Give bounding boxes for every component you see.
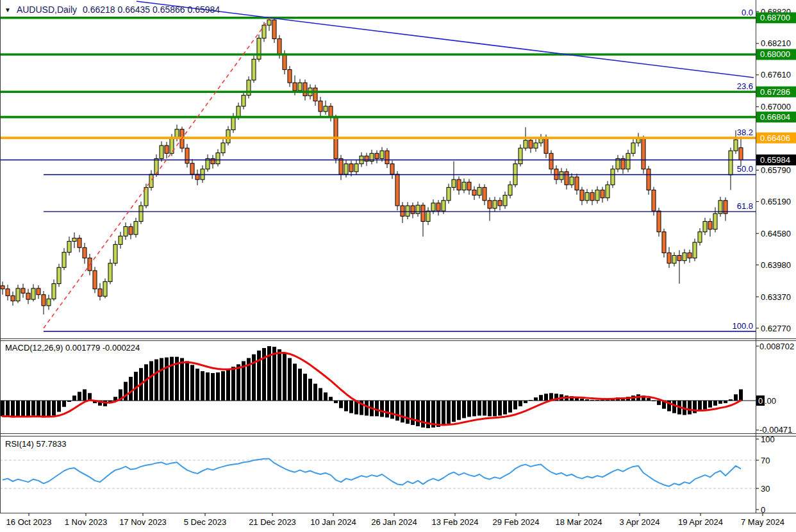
macd-histogram-bar xyxy=(365,401,369,415)
fib-level-label: 23.6 xyxy=(737,81,753,91)
bear-candle xyxy=(375,153,379,158)
macd-histogram-bar xyxy=(729,399,733,401)
bull-candle xyxy=(431,203,435,211)
macd-panel: 0.0087020.00-0.00471 xyxy=(0,342,794,435)
bear-candle xyxy=(211,158,215,163)
bear-candle xyxy=(11,295,15,301)
macd-indicator-label: MACD(12,26,9) 0.001779 -0.000224 xyxy=(5,343,140,353)
time-axis-label: 19 Apr 2024 xyxy=(678,517,723,527)
macd-histogram-bar xyxy=(421,401,425,428)
macd-histogram-bar xyxy=(257,351,261,401)
macd-histogram-bar xyxy=(72,395,76,401)
macd-histogram-bar xyxy=(534,397,538,401)
bear-candle xyxy=(590,193,594,201)
bear-candle xyxy=(601,190,604,197)
macd-histogram-bar xyxy=(457,401,461,420)
macd-histogram-bar xyxy=(724,401,727,403)
mt4-chart-window: 0.023.638.250.061.8100.00.688200.682100.… xyxy=(0,0,796,532)
macd-histogram-bar xyxy=(483,401,486,415)
bull-candle xyxy=(416,205,420,213)
bear-candle xyxy=(165,145,169,153)
macd-histogram-bar xyxy=(436,401,440,427)
bull-candle xyxy=(257,38,261,60)
fib-level-label: 100.0 xyxy=(732,321,753,331)
macd-histogram-bar xyxy=(67,401,71,402)
macd-histogram-bar xyxy=(283,353,286,401)
macd-histogram-bar xyxy=(688,401,692,414)
macd-histogram-bar xyxy=(544,394,548,401)
macd-histogram-bar xyxy=(601,400,604,401)
bear-candle xyxy=(349,164,353,172)
bull-candle xyxy=(354,164,358,172)
macd-histogram-bar xyxy=(390,401,394,419)
bull-candle xyxy=(149,174,153,187)
bull-candle xyxy=(406,206,410,216)
bear-candle xyxy=(529,140,533,148)
macd-histogram-bar xyxy=(416,401,420,426)
macd-histogram-bar xyxy=(652,401,656,401)
bull-candle xyxy=(139,206,143,221)
rsi-axis-tick-label: 30 xyxy=(761,484,770,494)
time-axis: 16 Oct 20231 Nov 202317 Nov 20235 Dec 20… xyxy=(6,513,784,527)
bear-candle xyxy=(421,205,425,221)
macd-histogram-bar xyxy=(349,401,353,413)
bull-candle xyxy=(570,177,574,185)
bear-candle xyxy=(457,179,461,190)
macd-histogram-bar xyxy=(144,364,148,401)
bull-candle xyxy=(518,148,522,163)
bull-candle xyxy=(252,59,256,80)
fib-level-label: 38.2 xyxy=(737,128,753,137)
macd-histogram-bar xyxy=(211,373,215,401)
macd-histogram-bar xyxy=(37,401,40,416)
ascending-dashed-trendline[interactable] xyxy=(44,18,270,328)
bear-candle xyxy=(83,247,87,258)
bear-candle xyxy=(411,206,415,213)
macd-histogram-bar xyxy=(26,401,30,417)
bear-candle xyxy=(652,190,656,211)
macd-histogram-bar xyxy=(206,372,210,401)
bull-candle xyxy=(324,106,328,112)
macd-histogram-bar xyxy=(739,389,743,401)
price-axis-tick-label: 0.68210 xyxy=(761,38,791,48)
bull-candle xyxy=(672,256,676,263)
macd-histogram-bar xyxy=(52,401,56,415)
price-level-badge: 0.66406 xyxy=(760,133,790,143)
bear-candle xyxy=(195,174,199,179)
bull-candle xyxy=(452,179,456,187)
descending-trendline[interactable] xyxy=(137,1,754,78)
time-axis-label: 17 Nov 2023 xyxy=(119,517,167,527)
bear-candle xyxy=(278,38,281,54)
bull-candle xyxy=(734,140,738,151)
bull-candle xyxy=(698,232,702,242)
rsi-axis-tick-label: 100 xyxy=(761,435,775,444)
bear-candle xyxy=(549,153,553,169)
macd-histogram-bar xyxy=(129,377,133,401)
macd-histogram-bar xyxy=(339,401,343,408)
bear-candle xyxy=(21,288,25,293)
macd-histogram-bar xyxy=(170,357,174,401)
fib-level-label: 0.0 xyxy=(742,8,753,17)
macd-histogram-bar xyxy=(83,389,87,401)
macd-histogram-bar xyxy=(21,401,25,416)
bull-candle xyxy=(683,253,686,260)
macd-histogram-bar xyxy=(195,369,199,401)
macd-histogram-bar xyxy=(47,401,51,417)
macd-histogram-bar xyxy=(375,401,379,416)
bear-candle xyxy=(436,203,440,211)
macd-histogram-bar xyxy=(713,401,717,406)
bear-candle xyxy=(565,172,568,185)
macd-histogram-bar xyxy=(513,401,517,410)
bear-candle xyxy=(667,253,671,263)
bear-candle xyxy=(129,227,133,235)
bull-candle xyxy=(462,182,466,190)
symbol-dropdown-icon[interactable]: ▼ xyxy=(4,6,11,13)
bear-candle xyxy=(657,211,661,232)
macd-histogram-bar xyxy=(401,401,404,422)
macd-histogram-bar xyxy=(539,395,543,401)
rsi-line xyxy=(3,459,741,486)
macd-histogram-bar xyxy=(657,401,661,405)
bull-candle xyxy=(31,288,35,299)
bull-candle xyxy=(175,129,179,138)
bear-candle xyxy=(293,83,297,90)
macd-histogram-bar xyxy=(477,401,481,415)
